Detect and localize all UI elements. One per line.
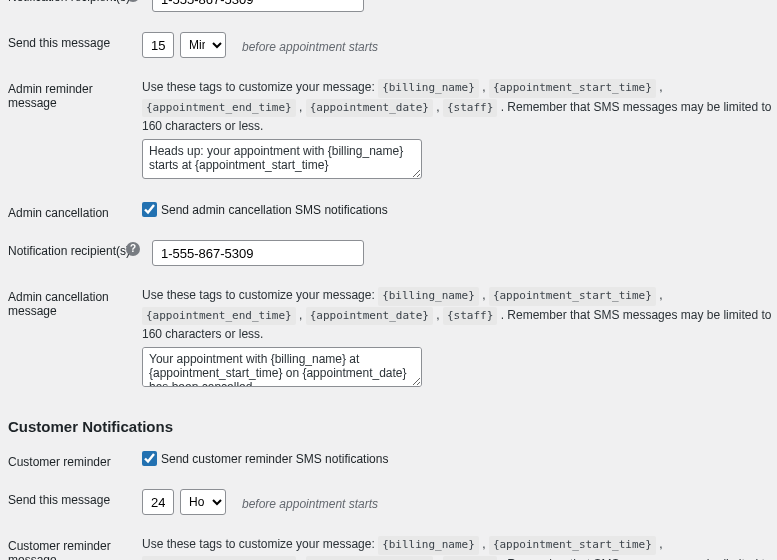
customer-reminder-unit-select[interactable]: Hour(s)	[180, 489, 226, 515]
tag-billing-name: {billing_name}	[378, 79, 479, 98]
admin-reminder-send-label: Send this message	[0, 32, 136, 50]
tag-billing-name: {billing_name}	[378, 536, 479, 555]
tag-end-time: {appointment_end_time}	[142, 307, 296, 326]
tag-staff: {staff}	[443, 556, 497, 561]
customer-reminder-checkbox[interactable]	[142, 451, 157, 466]
admin-reminder-unit-select[interactable]: Minute(s)	[180, 32, 226, 58]
customer-reminder-msg-label: Customer reminder message	[0, 535, 136, 560]
tag-end-time: {appointment_end_time}	[142, 99, 296, 118]
customer-reminder-label: Customer reminder	[0, 451, 136, 469]
admin-cancellation-checkbox[interactable]	[142, 202, 157, 217]
admin-cancel-recipients-input[interactable]	[152, 240, 364, 266]
customer-reminder-number-input[interactable]	[142, 489, 174, 515]
admin-cancellation-check-label: Send admin cancellation SMS notification…	[161, 203, 388, 217]
tag-help-text: Use these tags to customize your message…	[142, 78, 777, 135]
tag-help-text: Use these tags to customize your message…	[142, 535, 777, 560]
tag-staff: {staff}	[443, 99, 497, 118]
admin-cancel-message-textarea[interactable]: Your appointment with {billing_name} at …	[142, 347, 422, 387]
tag-staff: {staff}	[443, 307, 497, 326]
tag-help-text: Use these tags to customize your message…	[142, 286, 777, 343]
customer-notifications-heading: Customer Notifications	[0, 400, 777, 441]
customer-reminder-check-label: Send customer reminder SMS notifications	[161, 452, 388, 466]
admin-cancel-msg-label: Admin cancellation message	[0, 286, 136, 318]
admin-cancellation-label: Admin cancellation	[0, 202, 136, 220]
tag-start-time: {appointment_start_time}	[489, 287, 656, 306]
admin-recipients-input[interactable]	[152, 0, 364, 12]
customer-reminder-hint: before appointment starts	[242, 489, 378, 511]
admin-reminder-message-textarea[interactable]: Heads up: your appointment with {billing…	[142, 139, 422, 179]
admin-cancel-recipients-label: Notification recipient(s)	[0, 240, 136, 258]
tag-start-time: {appointment_start_time}	[489, 79, 656, 98]
admin-notification-recipients-label: Notification recipient(s)	[0, 0, 136, 4]
tag-billing-name: {billing_name}	[378, 287, 479, 306]
admin-reminder-msg-label: Admin reminder message	[0, 78, 136, 110]
customer-reminder-send-label: Send this message	[0, 489, 136, 507]
tag-date: {appointment_date}	[306, 556, 433, 561]
tag-end-time: {appointment_end_time}	[142, 556, 296, 561]
tag-date: {appointment_date}	[306, 307, 433, 326]
tag-date: {appointment_date}	[306, 99, 433, 118]
help-icon[interactable]: ?	[126, 242, 140, 256]
tag-start-time: {appointment_start_time}	[489, 536, 656, 555]
admin-reminder-hint: before appointment starts	[242, 32, 378, 54]
admin-reminder-number-input[interactable]	[142, 32, 174, 58]
